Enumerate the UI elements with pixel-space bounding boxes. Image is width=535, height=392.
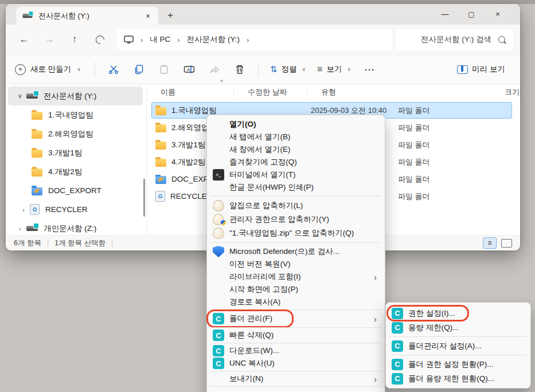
sidebar-item[interactable]: 1.국내영업팀 — [8, 105, 143, 124]
context-menu-item[interactable]: "1.국내영업팀.zip" 으로 압축하기(Q) › — [209, 226, 382, 240]
submenu-item[interactable] — [389, 336, 527, 337]
context-menu-item[interactable]: 이전 버전 복원(V) › — [209, 258, 382, 271]
context-menu-item[interactable]: › — [210, 386, 381, 387]
breadcrumb-item[interactable]: 전사문서함 (Y:) — [187, 34, 240, 45]
preview-toggle-button[interactable]: 미리 보기 — [451, 59, 511, 80]
copy-icon — [134, 64, 144, 75]
navigation-pane: ∨ 전사문서함 (Y:) 1.국내영업팀 2.해외영업팀 — [6, 84, 147, 235]
sidebar-scrollbar[interactable] — [143, 179, 145, 217]
submenu-item[interactable]: C 권한 설정(I)... — [388, 306, 528, 320]
context-menu-item[interactable]: 한글 문서(HWP) 인쇄(P) › — [209, 181, 382, 194]
context-menu-item[interactable]: › — [210, 371, 381, 371]
submenu-item[interactable]: C 폴더 용량 제한 현황(Q)... — [388, 371, 528, 386]
tree-chevron-icon[interactable]: › — [17, 206, 30, 213]
cut-button[interactable] — [101, 59, 126, 80]
view-button[interactable]: ≡ 보기 ∨ — [311, 59, 357, 80]
context-menu-item[interactable]: › — [210, 242, 381, 243]
context-menu-item[interactable]: 보내기(N) › — [209, 373, 382, 385]
context-menu-item[interactable]: 경로로 복사(A) › — [209, 296, 382, 308]
context-menu-item[interactable]: 시작 화면에 고정(P) › — [209, 283, 382, 296]
details-view-toggle[interactable]: ≡ — [483, 237, 497, 249]
status-divider: | — [111, 239, 113, 247]
column-header[interactable]: 유형 — [307, 87, 491, 97]
context-menu-item[interactable]: C UNC 복사(U) › — [209, 357, 382, 370]
context-menu-item[interactable]: Microsoft Defender(으)로 검사... › — [209, 245, 382, 258]
search-input[interactable]: 전사문서함 (Y:) 검색 — [396, 29, 513, 50]
menu-item-label: "1.국내영업팀.zip" 으로 압축하기(Q) — [229, 228, 354, 238]
maximize-button[interactable]: ▢ — [458, 7, 485, 22]
network-drive-icon — [23, 14, 33, 18]
submenu-item[interactable]: C 폴더 권한 설정 현황(P)... — [388, 357, 528, 371]
share-button[interactable] — [202, 59, 227, 80]
menu-item-label: 열기(O) — [229, 119, 256, 130]
menu-item-label: 터미널에서 열기(T) — [229, 170, 296, 180]
context-menu-item[interactable]: 알집으로 압축하기(L) › — [209, 199, 382, 213]
new-button[interactable]: + 새로 만들기 ∨ — [15, 64, 81, 75]
trash-icon — [235, 64, 244, 75]
rename-button[interactable]: A — [177, 59, 202, 80]
context-menu-item[interactable]: 새 탭에서 열기(B) › — [209, 131, 382, 143]
back-button[interactable]: ← — [11, 29, 37, 50]
context-menu-item[interactable]: 라이브러리에 포함(I) › — [209, 271, 382, 283]
column-header[interactable]: 이름 — [147, 87, 234, 97]
up-button[interactable]: ↑ — [62, 29, 87, 50]
sidebar-item[interactable]: 2.해외영업팀 — [8, 124, 143, 143]
new-tab-button[interactable]: + — [167, 10, 173, 21]
paste-button[interactable] — [151, 59, 177, 80]
folder-icon — [32, 131, 42, 139]
delete-button[interactable] — [227, 59, 252, 80]
context-menu-item[interactable]: C 빠른 삭제(Q) › — [209, 329, 382, 342]
minimize-button[interactable]: — — [432, 7, 458, 22]
submenu-item[interactable]: C 폴더관리자 설정(A)... — [388, 339, 528, 353]
context-menu-item[interactable]: › — [210, 196, 381, 197]
sidebar-item[interactable]: DOC_EXPORT — [8, 181, 143, 200]
close-button[interactable]: × — [485, 7, 511, 22]
column-header[interactable]: 크기 — [491, 87, 520, 97]
sort-ascending-icon[interactable]: ^ — [220, 79, 223, 85]
alzip-icon — [213, 200, 224, 211]
breadcrumb[interactable]: › 내 PC › 전사문서함 (Y:) › — [117, 29, 392, 50]
menu-item-icon — [213, 296, 224, 308]
item-count: 6개 항목 — [14, 238, 41, 248]
context-menu-item[interactable]: › — [210, 309, 381, 310]
context-menu-item[interactable]: C 다운로드(W)... › — [209, 344, 382, 357]
context-menu-item[interactable]: C 폴더 관리(F) › — [209, 311, 382, 326]
more-options-button[interactable]: ··· — [357, 65, 383, 75]
toolbar-divider — [95, 62, 95, 77]
recycler-icon: ♻ — [155, 191, 165, 202]
context-menu-item[interactable]: › — [210, 343, 381, 343]
submenu-item[interactable]: C 용량 제한(Q)... — [388, 320, 528, 335]
menu-item-icon — [213, 373, 224, 385]
context-menu-item[interactable]: >_ 터미널에서 열기(T) › — [209, 168, 382, 181]
menu-item-label: 관리자 권한으로 압축하기(Y) — [229, 214, 329, 225]
explorer-tab[interactable]: 전사문서함 (Y:) × — [16, 7, 158, 25]
sort-button[interactable]: ⇅ 정렬 ∨ — [264, 59, 311, 80]
sidebar-item[interactable]: 3.개발1팀 — [8, 143, 143, 162]
tree-chevron-icon[interactable]: ∨ — [14, 92, 26, 100]
breadcrumb-item[interactable]: 내 PC — [150, 34, 170, 45]
large-icons-view-toggle[interactable] — [501, 239, 512, 248]
context-menu-item[interactable]: 열기(O) › — [209, 118, 382, 131]
sidebar-item[interactable]: › ♻ RECYCLER — [8, 200, 143, 219]
context-menu: 열기(O) › 새 탭에서 열기(B) › 새 창에서 열기(E) › 즐겨찾기… — [206, 115, 385, 392]
forward-button[interactable]: → — [37, 29, 62, 50]
context-menu-item[interactable]: › — [210, 327, 381, 328]
sidebar-item[interactable]: ∨ 전사문서함 (Y:) — [8, 87, 143, 105]
sidebar-item-label: 4.개발2팀 — [48, 167, 82, 177]
submenu-item[interactable] — [389, 355, 527, 355]
folder-icon — [155, 159, 166, 167]
netid-c-icon: C — [392, 322, 403, 334]
context-menu-item[interactable]: 즐겨찾기에 고정(Q) › — [209, 156, 382, 168]
sidebar-item[interactable]: › 개인문서함 (Z:) — [8, 219, 143, 238]
tree-chevron-icon[interactable]: › — [14, 225, 26, 232]
copy-button[interactable] — [126, 59, 151, 80]
context-menu-item[interactable]: 새 창에서 열기(E) › — [209, 143, 382, 156]
sidebar-item[interactable]: 4.개발2팀 — [8, 162, 143, 181]
context-menu-item[interactable]: 관리자 권한으로 압축하기(Y) › — [209, 213, 382, 226]
cut-icon — [108, 64, 119, 75]
menu-item-icon — [213, 131, 224, 143]
file-type-cell: 파일 폴더 — [389, 174, 462, 185]
tab-close-icon[interactable]: × — [142, 11, 154, 21]
column-header[interactable]: 수정한 날짜 — [234, 87, 307, 97]
refresh-button[interactable] — [87, 29, 112, 50]
